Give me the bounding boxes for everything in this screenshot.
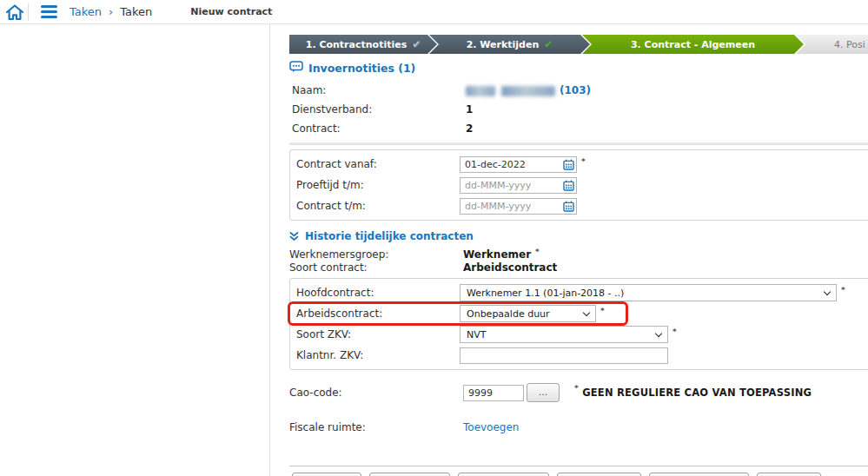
werknemersgroep-label: Werknemersgroep: [289, 248, 463, 261]
left-panel [0, 24, 270, 476]
contract-label: Contract: [292, 122, 466, 135]
chevron-down-icon [583, 309, 590, 316]
chevron-down-icon [655, 330, 662, 337]
wizard-steps: 1. Contractnotities ✔ 2. Werktijden ✔ 3.… [289, 35, 868, 54]
hoofdcontract-select[interactable]: Werknemer 1.1 (01-jan-2018 - ..) [460, 284, 837, 301]
contract-dates-box: Contract vanaf: * [289, 149, 868, 221]
contract-value: 2 [466, 122, 473, 135]
soort-zkv-selected-value: NVT [467, 329, 486, 340]
section-divider [289, 142, 868, 145]
soort-zkv-select[interactable]: NVT [460, 326, 668, 343]
actie-afbreken-button[interactable]: Actie afbreken [649, 473, 749, 476]
step-done-check-icon: ✔ [412, 39, 421, 50]
dienstverband-label: Dienstverband: [292, 103, 466, 116]
calendar-icon[interactable] [563, 201, 574, 215]
arbeidscontract-select[interactable]: Onbepaalde duur [460, 305, 596, 322]
proeftijd-label: Proeftijd t/m: [296, 179, 460, 191]
chevron-down-icon [824, 288, 831, 295]
topbar-divider [28, 3, 29, 21]
topbar: Taken › Taken Nieuw contract [0, 0, 868, 24]
werknemersgroep-row: Werknemersgroep: Werknemer * [289, 248, 868, 261]
arbeidscontract-selected-value: Onbepaalde duur [467, 308, 550, 320]
wizard-step-2[interactable]: 2. Werktijden ✔ [429, 35, 590, 54]
footer: < Vorige Later doen Documenten Volgende … [289, 466, 868, 476]
contract-vanaf-row: Contract vanaf: * [296, 154, 868, 175]
klantnr-zkv-input[interactable] [460, 347, 668, 364]
required-marker: * [535, 248, 540, 256]
calendar-icon[interactable] [563, 159, 574, 173]
step-done-check-icon: ✔ [544, 39, 553, 50]
employee-number: (103) [560, 84, 591, 96]
toevoegen-link[interactable]: Toevoegen [463, 421, 519, 433]
fiscale-ruimte-row: Fiscale ruimte: Toevoegen [289, 419, 868, 436]
contract-group: Werknemersgroep: Werknemer * Soort contr… [289, 248, 868, 274]
historie-button[interactable]: Historie [757, 473, 821, 476]
hoofdcontract-selected-value: Werknemer 1.1 (01-jan-2018 - ..) [467, 288, 624, 299]
arbeidscontract-label: Arbeidscontract: [296, 307, 460, 320]
footer-buttons: < Vorige Later doen Documenten Volgende … [289, 473, 868, 476]
proeftijd-row: Proeftijd t/m: [296, 175, 868, 195]
documenten-button[interactable]: Documenten [458, 473, 549, 476]
klantnr-zkv-label: Klantnr. ZKV: [296, 349, 460, 361]
cao-browse-button[interactable]: ... [527, 383, 560, 402]
breadcrumb-link-taken[interactable]: Taken [70, 5, 102, 18]
breadcrumb: Taken › Taken [70, 5, 152, 18]
redacted-name [466, 86, 495, 96]
hoofdcontract-label: Hoofdcontract: [296, 287, 460, 299]
vorige-button[interactable]: < Vorige [292, 473, 361, 476]
soort-contract-row: Soort contract: Arbeidscontract [289, 261, 868, 274]
contract-tm-label: Contract t/m: [296, 200, 460, 212]
home-icon[interactable] [3, 3, 26, 21]
redacted-name [501, 86, 555, 96]
page-action-title: Nieuw contract [190, 6, 272, 17]
dienstverband-row: Dienstverband: 1 [289, 100, 868, 119]
contract-tm-row: Contract t/m: [296, 195, 868, 216]
cao-code-input[interactable] [463, 385, 524, 401]
soort-zkv-row: Soort ZKV: NVT * [296, 324, 868, 345]
comment-icon [289, 60, 303, 76]
hoofdcontract-row: Hoofdcontract: Werknemer 1.1 (01-jan-201… [296, 282, 868, 303]
required-marker: * [581, 157, 586, 166]
cao-code-label: Cao-code: [289, 387, 463, 399]
employee-summary: Naam: (103) Dienstverband: 1 Contract: 2 [289, 81, 868, 138]
arbeidscontract-row: Arbeidscontract: Onbepaalde duur * [296, 303, 868, 324]
contract-vanaf-label: Contract vanaf: [296, 158, 460, 170]
soort-zkv-label: Soort ZKV: [296, 328, 460, 340]
werknemersgroep-value: Werknemer [463, 248, 531, 261]
soort-contract-value: Arbeidscontract [463, 261, 557, 274]
volgende-button[interactable]: Volgende > [557, 473, 641, 476]
naam-value: (103) [466, 84, 591, 96]
breadcrumb-separator: › [109, 5, 113, 18]
cao-code-row: Cao-code: ... * GEEN REGULIERE CAO VAN T… [289, 382, 868, 403]
invoernotities-link[interactable]: Invoernotities (1) [308, 62, 415, 75]
wizard-step-3-active: 3. Contract - Algemeen [582, 35, 804, 54]
contract-vanaf-input[interactable] [460, 156, 577, 173]
dienstverband-value: 1 [466, 103, 473, 116]
contract-tm-input[interactable] [460, 198, 577, 215]
wizard-step-2-label: 2. Werktijden [467, 39, 540, 50]
naam-row: Naam: (103) [289, 81, 868, 100]
main-panel: 1. Contractnotities ✔ 2. Werktijden ✔ 3.… [270, 24, 868, 476]
naam-label: Naam: [292, 84, 466, 96]
wizard-step-4-label: 4. Posi [834, 39, 865, 50]
proeftijd-input[interactable] [460, 177, 577, 194]
fiscale-ruimte-label: Fiscale ruimte: [289, 421, 463, 433]
klantnr-zkv-row: Klantnr. ZKV: [296, 345, 868, 366]
cao-description: * GEEN REGULIERE CAO VAN TOEPASSING [570, 387, 812, 399]
menu-icon[interactable] [41, 5, 57, 18]
soort-contract-label: Soort contract: [289, 261, 463, 274]
required-marker: * [841, 286, 845, 294]
invoernotities-row: Invoernotities (1) [289, 61, 868, 76]
contract-row: Contract: 2 [289, 119, 868, 138]
required-marker: * [600, 307, 605, 315]
cao-description-text: GEEN REGULIERE CAO VAN TOEPASSING [582, 387, 812, 399]
historie-tijdelijke-contracten-link[interactable]: Historie tijdelijke contracten [305, 230, 474, 242]
required-marker: * [673, 327, 677, 336]
wizard-step-1[interactable]: 1. Contractnotities ✔ [289, 35, 437, 54]
historie-row: Historie tijdelijke contracten [289, 229, 868, 243]
calendar-icon[interactable] [563, 180, 574, 194]
double-chevron-down-icon [289, 228, 299, 245]
wizard-step-1-label: 1. Contractnotities [306, 39, 407, 50]
required-marker: * [574, 384, 579, 393]
later-doen-button[interactable]: Later doen [369, 473, 450, 476]
